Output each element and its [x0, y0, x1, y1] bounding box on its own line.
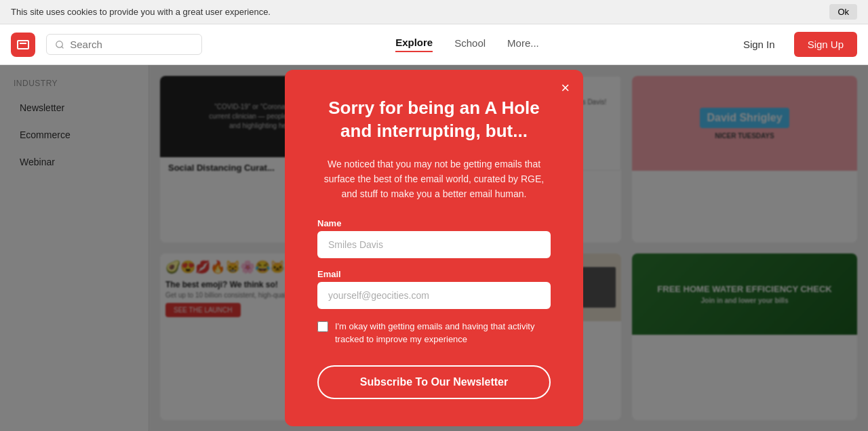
- checkbox-label[interactable]: I'm okay with getting emails and having …: [335, 320, 551, 346]
- sign-in-button[interactable]: Sign In: [732, 33, 786, 56]
- modal-overlay[interactable]: × Sorry for being an A Hole and interrup…: [0, 65, 868, 431]
- cookie-ok-button[interactable]: Ok: [829, 4, 857, 20]
- svg-point-0: [56, 41, 63, 47]
- subscribe-button[interactable]: Subscribe To Our Newsletter: [317, 365, 551, 399]
- header-actions: Sign In Sign Up: [732, 32, 857, 57]
- email-label: Email: [317, 269, 551, 279]
- search-bar[interactable]: [46, 34, 202, 55]
- cookie-banner: This site uses cookies to provide you wi…: [0, 0, 868, 24]
- logo[interactable]: [11, 33, 35, 57]
- modal-description: We noticed that you may not be getting e…: [317, 157, 551, 202]
- sign-up-button[interactable]: Sign Up: [794, 32, 857, 57]
- header: Explore School More... Sign In Sign Up: [0, 24, 868, 65]
- cookie-text: This site uses cookies to provide you wi…: [11, 7, 271, 17]
- main-layout: INDUSTRY Newsletter Ecommerce Webinar "C…: [0, 65, 868, 431]
- consent-checkbox[interactable]: [317, 321, 328, 332]
- checkbox-row: I'm okay with getting emails and having …: [317, 320, 551, 346]
- search-input[interactable]: [70, 39, 193, 50]
- nav-explore[interactable]: Explore: [395, 37, 433, 52]
- modal-close-button[interactable]: ×: [561, 81, 570, 96]
- svg-line-1: [62, 46, 64, 48]
- search-icon: [55, 39, 64, 50]
- nav-school[interactable]: School: [454, 37, 486, 52]
- email-input[interactable]: [317, 282, 551, 309]
- subscription-modal: × Sorry for being an A Hole and interrup…: [285, 70, 583, 426]
- main-nav: Explore School More...: [202, 37, 732, 52]
- nav-more[interactable]: More...: [507, 37, 539, 52]
- name-field: Name: [317, 218, 551, 258]
- modal-title: Sorry for being an A Hole and interrupti…: [317, 97, 551, 143]
- logo-icon: [17, 40, 29, 49]
- name-input[interactable]: [317, 231, 551, 258]
- email-field: Email: [317, 269, 551, 309]
- name-label: Name: [317, 218, 551, 228]
